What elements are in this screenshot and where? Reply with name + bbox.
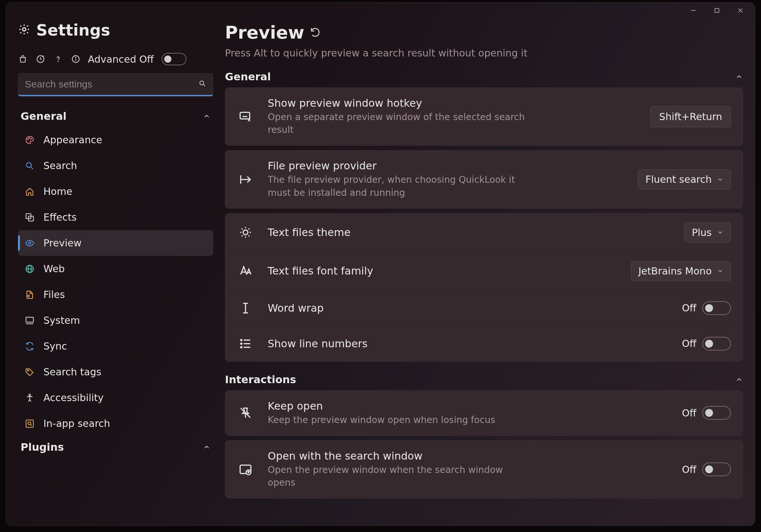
setting-font: Text files font family JetBrains Mono <box>225 252 743 291</box>
svg-rect-28 <box>26 420 33 427</box>
setting-title: Show preview window hotkey <box>268 97 532 109</box>
openwith-toggle[interactable] <box>702 462 731 476</box>
help-icon[interactable] <box>53 54 63 64</box>
sidebar-item-label: System <box>43 315 80 326</box>
svg-point-23 <box>28 295 29 297</box>
setting-keepopen: Keep open Keep the preview window open w… <box>225 390 743 436</box>
toggle-state: Off <box>682 302 696 314</box>
history-icon[interactable] <box>35 54 45 64</box>
svg-line-47 <box>249 229 250 230</box>
tag-icon <box>25 367 35 377</box>
search-icon <box>199 80 206 89</box>
setting-openwith: Open with the search window Open the pre… <box>225 440 743 499</box>
section-head-interactions[interactable]: Interactions <box>225 373 743 386</box>
setting-desc: Keep the preview window open when losing… <box>268 413 532 426</box>
svg-point-6 <box>58 61 58 61</box>
svg-point-4 <box>23 28 26 31</box>
svg-point-53 <box>241 340 242 341</box>
section-title: Interactions <box>225 373 296 386</box>
eye-icon <box>25 238 35 248</box>
titlebar <box>6 3 755 18</box>
sidebar-item-web[interactable]: Web <box>18 256 213 282</box>
svg-rect-31 <box>240 112 250 119</box>
effects-icon <box>25 212 35 223</box>
setting-title: Open with the search window <box>268 450 532 462</box>
search-input[interactable] <box>18 74 213 95</box>
home-icon <box>25 186 35 197</box>
svg-line-16 <box>31 167 33 169</box>
sidebar-item-appearance[interactable]: Appearance <box>18 127 213 153</box>
font-dropdown[interactable]: JetBrains Mono <box>631 261 731 281</box>
page-title: Preview <box>225 22 304 43</box>
provider-dropdown[interactable]: Fluent search <box>638 169 731 189</box>
sidebar-item-system[interactable]: System <box>18 307 213 333</box>
window-open-icon <box>237 461 254 478</box>
sidebar-item-sync[interactable]: Sync <box>18 333 213 359</box>
setting-title: Show line numbers <box>268 338 532 350</box>
svg-point-19 <box>29 242 31 244</box>
svg-point-26 <box>28 370 29 371</box>
sidebar-item-label: Preview <box>43 237 82 249</box>
sidebar-item-searchtags[interactable]: Search tags <box>18 359 213 385</box>
maximize-button[interactable] <box>709 5 725 16</box>
sidebar-item-home[interactable]: Home <box>18 179 213 204</box>
section-title: General <box>225 71 271 83</box>
svg-rect-24 <box>26 317 33 322</box>
keyboard-icon <box>237 108 254 125</box>
svg-point-10 <box>200 81 204 85</box>
sidebar-item-search[interactable]: Search <box>18 153 213 179</box>
info-icon[interactable] <box>71 54 81 64</box>
close-button[interactable] <box>732 5 748 16</box>
svg-point-13 <box>29 137 30 138</box>
setting-lineno: Show line numbers Off <box>225 326 743 361</box>
search-icon <box>25 161 35 171</box>
sidebar-item-preview[interactable]: Preview <box>18 230 213 256</box>
svg-point-14 <box>31 138 32 139</box>
svg-line-44 <box>242 229 243 230</box>
sidebar-item-label: Home <box>43 186 73 197</box>
svg-line-45 <box>249 235 250 236</box>
nav-section-plugins[interactable]: Plugins <box>18 436 213 458</box>
gear-icon <box>18 23 30 37</box>
inapp-icon <box>25 418 35 429</box>
sidebar-item-label: Appearance <box>43 134 102 145</box>
section-head-general[interactable]: General <box>225 71 743 83</box>
unpin-icon <box>237 404 254 421</box>
setting-theme: Text files theme Plus <box>225 213 743 252</box>
advanced-toggle[interactable] <box>162 53 186 65</box>
store-icon[interactable] <box>18 54 28 64</box>
theme-dropdown[interactable]: Plus <box>684 223 731 242</box>
wrap-toggle[interactable] <box>702 301 731 315</box>
sidebar-item-inapp[interactable]: In-app search <box>18 410 213 436</box>
monitor-icon <box>25 315 35 326</box>
dropdown-value: Plus <box>692 227 712 238</box>
svg-line-11 <box>204 84 205 86</box>
keepopen-toggle[interactable] <box>702 406 731 420</box>
minimize-button[interactable] <box>685 5 701 16</box>
setting-title: Keep open <box>268 400 532 412</box>
sidebar-item-effects[interactable]: Effects <box>18 204 213 230</box>
sidebar: Settings Advanced Off General Appearance <box>6 18 225 525</box>
arrow-right-icon <box>237 171 254 188</box>
lineno-toggle[interactable] <box>702 337 731 350</box>
setting-provider: File preview provider The file preview p… <box>225 150 743 208</box>
list-icon <box>237 335 254 352</box>
hotkey-button[interactable]: Shift+Return <box>650 106 731 127</box>
palette-icon <box>25 135 35 145</box>
svg-point-15 <box>27 163 31 167</box>
chevron-down-icon <box>717 229 724 236</box>
sidebar-item-label: Search <box>43 160 77 171</box>
svg-point-55 <box>241 346 242 348</box>
sidebar-item-accessibility[interactable]: Accessibility <box>18 385 213 410</box>
setting-hotkey: Show preview window hotkey Open a separa… <box>225 87 743 145</box>
toggle-state: Off <box>682 407 696 419</box>
nav-section-general[interactable]: General <box>18 105 213 127</box>
chevron-up-icon <box>735 73 743 80</box>
sidebar-item-label: Accessibility <box>43 392 104 403</box>
sidebar-item-files[interactable]: Files <box>18 282 213 307</box>
revert-icon[interactable] <box>310 26 321 39</box>
svg-point-39 <box>243 230 248 235</box>
dropdown-value: Fluent search <box>645 174 712 185</box>
brightness-icon <box>237 224 254 241</box>
setting-title: Text files theme <box>268 226 532 239</box>
